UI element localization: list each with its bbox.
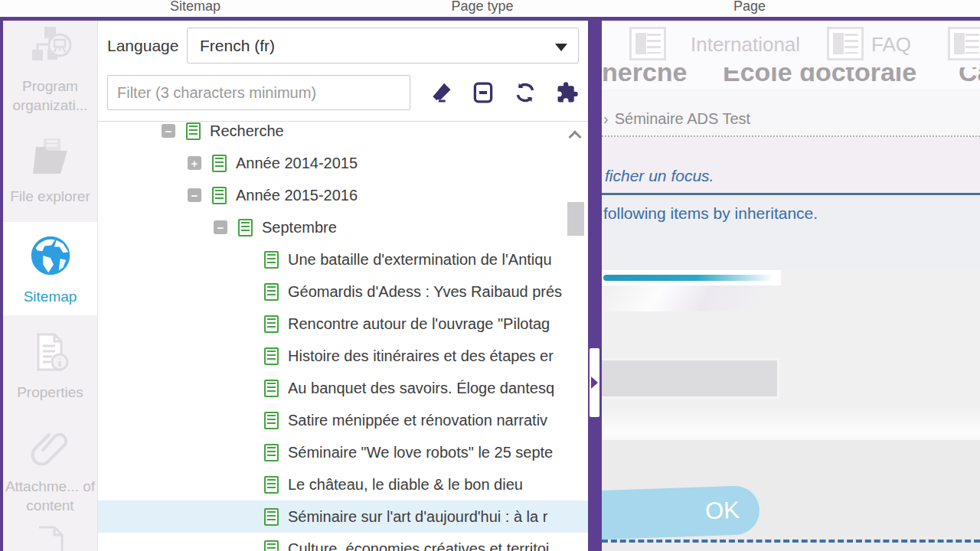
- tab-faq[interactable]: FAQ: [871, 33, 911, 57]
- form-field-placeholder[interactable]: [602, 358, 779, 399]
- tree-item[interactable]: Géomardis d'Adess : Yves Raibaud prés: [98, 276, 588, 308]
- tree-item[interactable]: Recherche: [98, 121, 588, 147]
- sidebar-item-partial[interactable]: [3, 523, 97, 551]
- sidebar-item-label: Attachme... of content: [3, 477, 97, 515]
- page-icon: [264, 380, 279, 397]
- dialog-footer: OK: [602, 440, 980, 551]
- language-value: French (fr): [200, 37, 275, 55]
- page-icon: [264, 540, 279, 551]
- tree-item-label: Septembre: [262, 219, 337, 236]
- page-layout-icon[interactable]: [827, 27, 864, 60]
- tree-item[interactable]: Septembre: [98, 211, 588, 243]
- column-label-page: Page: [733, 0, 766, 15]
- collapse-toggle-icon[interactable]: [162, 124, 175, 138]
- tree-item-label: Année 2015-2016: [236, 187, 358, 204]
- language-label: Language: [107, 37, 187, 55]
- page-icon: [264, 476, 279, 494]
- tree-item[interactable]: Année 2015-2016: [98, 179, 588, 211]
- focus-text: ficher un focus.: [605, 167, 714, 185]
- page-icon: [238, 219, 253, 236]
- teal-accent-line: [602, 270, 781, 285]
- page-layout-icon[interactable]: [948, 27, 980, 60]
- page-icon: [212, 155, 227, 172]
- refresh-icon[interactable]: [514, 81, 537, 104]
- tree-item[interactable]: Au banquet des savoirs. Éloge dantesq: [98, 372, 588, 404]
- dashed-divider: [602, 540, 980, 543]
- tree-item-label: Le château, le diable & le bon dieu: [288, 476, 523, 494]
- sidebar-item-file-explorer[interactable]: File explorer: [3, 119, 97, 222]
- tree-item-label: Culture, économies créatives et territoi: [288, 540, 549, 551]
- ok-button[interactable]: OK: [602, 485, 760, 540]
- tree-item-label: Séminaire sur l'art d'aujourd'hui : à la…: [288, 508, 547, 526]
- expand-toggle-icon[interactable]: [188, 156, 201, 170]
- document-info-icon: [28, 331, 73, 378]
- org-chart-icon: [28, 24, 73, 72]
- collapse-toggle-icon[interactable]: [214, 220, 227, 234]
- sitemap-overlay-panel: Program organizati... File explorer: [0, 17, 602, 551]
- chevron-down-icon: [555, 44, 567, 51]
- tree-item[interactable]: Rencontre autour de l'ouvrage "Pilotag: [98, 308, 588, 340]
- sidebar-item-sitemap[interactable]: Sitemap: [3, 222, 97, 315]
- tab-international[interactable]: International: [691, 33, 800, 57]
- page-layout-icon[interactable]: [629, 27, 666, 60]
- collapse-toggle-icon[interactable]: [188, 188, 201, 202]
- puzzle-icon[interactable]: [556, 81, 579, 104]
- column-label-page-type: Page type: [451, 0, 513, 15]
- chevron-right-icon: ›: [603, 110, 609, 127]
- page-icon: [264, 508, 279, 526]
- tree-item[interactable]: Une bataille d'extermination de l'Antiqu: [98, 243, 588, 276]
- eraser-icon[interactable]: [430, 81, 452, 104]
- tree-item-label: Recherche: [210, 122, 284, 140]
- tree-item-label: Au banquet des savoirs. Éloge dantesq: [288, 380, 554, 397]
- collapse-minus-icon[interactable]: [472, 81, 495, 104]
- scrollbar-thumb[interactable]: [567, 202, 584, 236]
- column-label-sitemap: Sitemap: [170, 0, 220, 15]
- tree-item-label: Satire ménippée et rénovation narrativ: [288, 412, 547, 429]
- inheritance-zone: following items by inheritance.: [602, 195, 980, 270]
- tree-item[interactable]: Année 2014-2015: [98, 147, 588, 179]
- tree-item-label: Histoire des itinéraires et des étapes e…: [288, 347, 554, 365]
- tree-item[interactable]: Histoire des itinéraires et des étapes e…: [98, 340, 588, 372]
- page-icon: [212, 187, 227, 204]
- tree-item-label: Rencontre autour de l'ouvrage "Pilotag: [288, 315, 550, 333]
- page-icon: [264, 347, 279, 365]
- tree-item[interactable]: Le château, le diable & le bon dieu: [98, 468, 588, 500]
- sidebar-item-label: Sitemap: [22, 287, 79, 306]
- ok-button-label: OK: [705, 497, 740, 526]
- scroll-up-icon[interactable]: [569, 131, 582, 144]
- tree-item[interactable]: Satire ménippée et rénovation narrativ: [98, 404, 588, 436]
- tree-item-label: Année 2014-2015: [236, 155, 358, 172]
- panel-content: Language French (fr): [98, 21, 588, 551]
- tree-item[interactable]: Séminaire "We love robots" le 25 septe: [98, 436, 588, 468]
- sidebar-item-attachments[interactable]: Attachme... of content: [3, 417, 97, 523]
- sidebar-item-label: Program organizati...: [3, 77, 97, 115]
- filter-input[interactable]: [107, 75, 410, 110]
- page-icon: [264, 444, 279, 461]
- folder-icon: [28, 135, 73, 182]
- tree-item[interactable]: Culture, économies créatives et territoi: [98, 533, 588, 551]
- document-icon: [28, 523, 73, 551]
- inheritance-text: following items by inheritance.: [603, 204, 818, 223]
- panel-splitter-handle[interactable]: [590, 348, 599, 417]
- site-menu-heading: herche École doctorale Ca: [602, 67, 980, 89]
- page-icon: [264, 315, 279, 333]
- page-icon: [264, 412, 279, 429]
- tree-item-label: Une bataille d'extermination de l'Antiqu: [288, 251, 552, 269]
- page-icon: [264, 283, 279, 301]
- background-page: International FAQ herche École doctorale…: [602, 21, 980, 551]
- language-dropdown[interactable]: French (fr): [187, 28, 579, 64]
- page-icon: [264, 251, 279, 269]
- vertical-scrollbar[interactable]: [567, 122, 585, 551]
- panel-sidebar: Program organizati... File explorer: [3, 21, 98, 551]
- focus-text-zone: ficher un focus.: [602, 137, 980, 193]
- sitemap-tree: Recherche Année 2014-2015 Année 2015-201…: [98, 121, 588, 551]
- breadcrumb[interactable]: ›Séminaire ADS Test: [603, 110, 750, 128]
- sidebar-item-properties[interactable]: Properties: [3, 315, 97, 417]
- sidebar-item-program-organization[interactable]: Program organizati...: [3, 21, 97, 119]
- language-row: Language French (fr): [107, 28, 579, 64]
- page-tabs-row: International FAQ: [602, 21, 980, 67]
- tree-item-selected[interactable]: Séminaire sur l'art d'aujourd'hui : à la…: [98, 500, 588, 533]
- page-icon: [186, 122, 201, 140]
- sidebar-item-label: Properties: [15, 383, 85, 402]
- paperclip-icon: [28, 425, 73, 472]
